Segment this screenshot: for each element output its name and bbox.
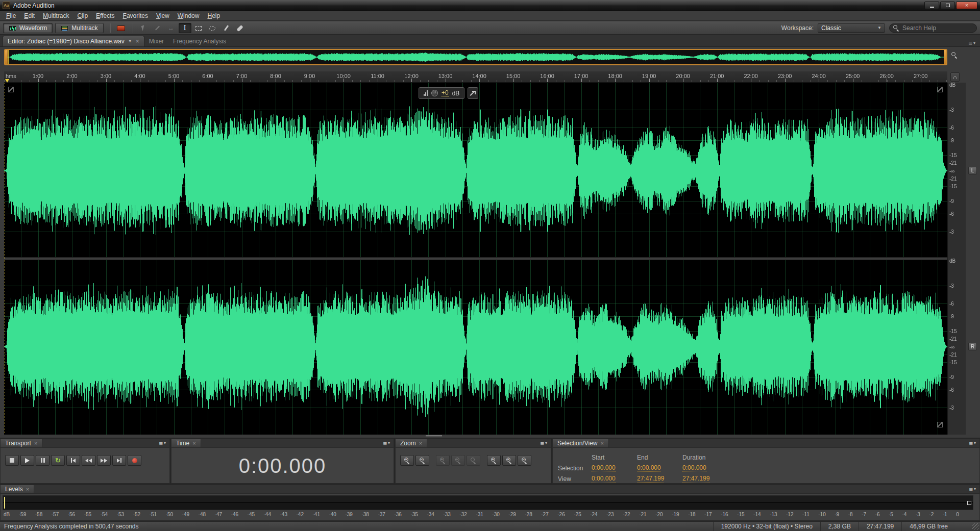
view-duration-value[interactable]: 27:47.199 xyxy=(682,475,709,483)
tab-editor[interactable]: Editor: Zodiac (=1980=) Disco Alliance.w… xyxy=(3,36,144,46)
close-icon[interactable]: × xyxy=(26,487,29,492)
gain-knob-icon[interactable] xyxy=(431,90,438,96)
menu-help[interactable]: Help xyxy=(203,11,224,20)
panel-menu-icon[interactable]: ≡▾ xyxy=(540,439,551,447)
waveform-view-button[interactable]: Waveform xyxy=(3,23,53,33)
menubar: FileEditMultitrackClipEffectsFavoritesVi… xyxy=(0,11,980,21)
stop-button[interactable] xyxy=(5,455,19,466)
pause-icon xyxy=(41,458,45,463)
timeline-ruler[interactable]: hms 1:002:003:004:005:006:007:008:009:00… xyxy=(4,71,947,83)
razor-tool-button[interactable] xyxy=(151,23,164,33)
waveform-display[interactable]: +0 dB xyxy=(4,83,947,435)
zoom-out-button[interactable]: − xyxy=(415,455,429,466)
menu-file[interactable]: File xyxy=(2,11,20,20)
hud-gain-control[interactable]: +0 dB xyxy=(419,87,464,99)
close-icon[interactable]: × xyxy=(192,441,195,446)
selection-start-value[interactable]: 0:00.000 xyxy=(592,464,616,472)
close-icon[interactable]: × xyxy=(34,441,37,446)
search-help-box[interactable] xyxy=(889,23,977,33)
workspace-dropdown[interactable]: Classic ▼ xyxy=(818,23,885,33)
panel-menu-icon[interactable]: ≡▾ xyxy=(968,40,980,46)
corner-icon[interactable] xyxy=(937,87,943,92)
selection-end-value[interactable]: 0:00.000 xyxy=(637,464,661,472)
zoom-out-full-button[interactable]: − xyxy=(451,455,465,466)
snap-button[interactable]: ∩ xyxy=(950,72,960,82)
overview-zoom-icon[interactable] xyxy=(951,52,958,60)
editor-panel: hms 1:002:003:004:005:006:007:008:009:00… xyxy=(0,47,980,438)
overview-left-handle[interactable] xyxy=(5,50,8,64)
zoom-in-full-button[interactable]: + xyxy=(436,455,450,466)
selection-duration-value[interactable]: 0:00.000 xyxy=(682,464,706,472)
move-to-previous-button[interactable] xyxy=(66,455,80,466)
selection-view-panel-tab[interactable]: Selection/View × xyxy=(553,439,609,447)
transport-panel-tab[interactable]: Transport × xyxy=(1,439,42,447)
play-button[interactable] xyxy=(20,455,34,466)
multitrack-view-button[interactable]: Multitrack xyxy=(55,23,103,33)
close-icon[interactable]: × xyxy=(136,38,139,44)
lasso-selection-tool-button[interactable] xyxy=(206,23,219,33)
corner-icon[interactable] xyxy=(937,422,943,427)
view-end-value[interactable]: 27:47.199 xyxy=(637,475,664,483)
move-tool-button[interactable] xyxy=(137,23,150,33)
channel-right-badge[interactable]: R xyxy=(968,343,977,350)
rewind-button[interactable] xyxy=(82,455,95,466)
time-display[interactable]: 0:00.000 xyxy=(239,454,327,477)
time-panel-tab[interactable]: Time × xyxy=(172,439,201,447)
zoom-in-button[interactable]: + xyxy=(400,455,414,466)
zoom-panel-tab[interactable]: Zoom × xyxy=(396,439,427,447)
move-to-next-button[interactable] xyxy=(112,455,126,466)
overview-canvas[interactable] xyxy=(8,50,944,64)
menu-clip[interactable]: Clip xyxy=(73,11,92,20)
tick-mark xyxy=(853,79,853,82)
spot-healing-brush-tool-button[interactable] xyxy=(234,23,247,33)
tab-frequency-analysis[interactable]: Frequency Analysis xyxy=(168,36,231,46)
minimize-button[interactable] xyxy=(924,2,939,9)
menu-view[interactable]: View xyxy=(152,11,174,20)
time-selection-tool-button[interactable]: I xyxy=(179,23,191,33)
waveform-canvas[interactable] xyxy=(4,83,947,435)
view-start-value[interactable]: 0:00.000 xyxy=(592,475,616,483)
zoom-out-full-both-button[interactable]: − xyxy=(518,455,531,466)
panel-menu-icon[interactable]: ≡▾ xyxy=(969,439,979,447)
playhead-marker[interactable] xyxy=(5,79,9,83)
corner-icon[interactable] xyxy=(8,87,14,92)
zoom-to-in-point-button[interactable]: + xyxy=(487,455,501,466)
overview-strip[interactable] xyxy=(4,49,947,65)
timeline-units-label[interactable]: hms xyxy=(6,73,16,79)
paintbrush-selection-tool-button[interactable] xyxy=(220,23,233,33)
slip-tool-button[interactable]: ↔ xyxy=(165,23,178,33)
loop-playback-button[interactable]: ↻ xyxy=(51,455,65,466)
title-bar[interactable]: Au Adobe Audition × xyxy=(0,0,980,11)
menu-effects[interactable]: Effects xyxy=(92,11,118,20)
tab-mixer[interactable]: Mixer xyxy=(144,36,168,46)
resize-grip[interactable] xyxy=(972,523,979,530)
close-icon[interactable]: × xyxy=(601,441,604,446)
zoom-to-out-point-button[interactable]: + xyxy=(502,455,516,466)
pause-button[interactable] xyxy=(36,455,50,466)
menu-favorites[interactable]: Favorites xyxy=(119,11,152,20)
zoom-to-selection-button[interactable] xyxy=(467,455,480,466)
close-button[interactable]: × xyxy=(956,2,977,9)
editor-file-dropdown-icon[interactable]: ▼ xyxy=(128,39,132,43)
levels-panel-tab[interactable]: Levels × xyxy=(1,485,34,493)
overview-right-handle[interactable] xyxy=(944,50,946,64)
menu-multitrack[interactable]: Multitrack xyxy=(39,11,73,20)
panel-menu-icon[interactable]: ≡▾ xyxy=(969,485,979,493)
menu-window[interactable]: Window xyxy=(174,11,204,20)
record-button[interactable] xyxy=(128,455,141,466)
gain-hud: +0 dB xyxy=(419,87,478,99)
maximize-button[interactable] xyxy=(940,2,955,9)
panel-menu-icon[interactable]: ≡▾ xyxy=(159,439,169,447)
gain-value[interactable]: +0 xyxy=(442,90,449,97)
spectral-display-button[interactable] xyxy=(115,23,128,33)
amplitude-ruler[interactable]: dB-3-6-9-15-21-∞-21-15-9-6-3dB-3-6-9-15-… xyxy=(947,83,966,435)
marquee-selection-tool-button[interactable] xyxy=(192,23,205,33)
close-icon[interactable]: × xyxy=(419,441,422,446)
menu-edit[interactable]: Edit xyxy=(20,11,39,20)
fast-forward-button[interactable] xyxy=(97,455,111,466)
level-meter[interactable] xyxy=(3,495,973,510)
panel-menu-icon[interactable]: ≡▾ xyxy=(383,439,394,447)
channel-left-badge[interactable]: L xyxy=(968,167,977,174)
search-help-input[interactable] xyxy=(902,24,968,32)
hud-pin-button[interactable] xyxy=(468,87,478,99)
